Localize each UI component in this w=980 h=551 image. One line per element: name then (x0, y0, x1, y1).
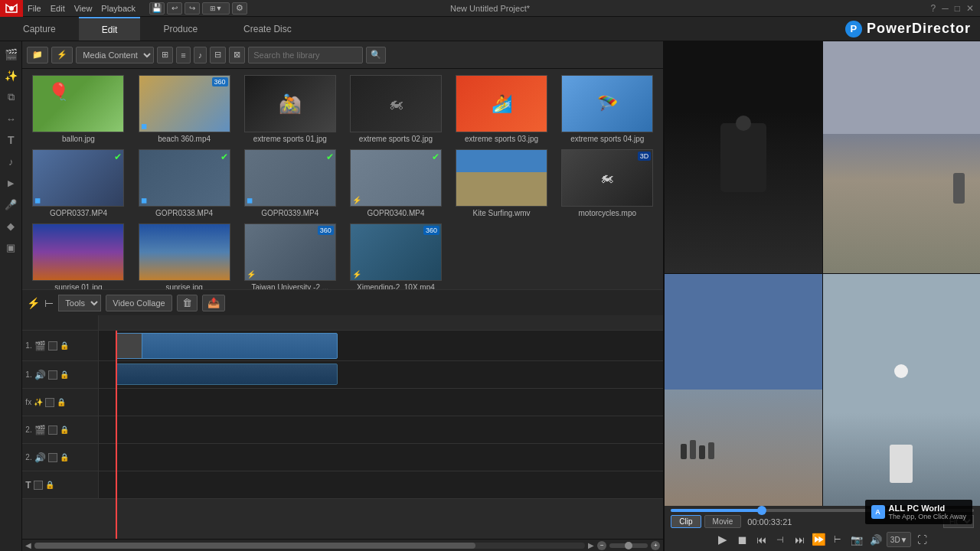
list-view-btn[interactable]: ≡ (176, 47, 190, 64)
save-icon[interactable]: 💾 (149, 2, 165, 15)
sidebar-mic-icon[interactable]: 🎤 (1, 194, 21, 214)
track-checkbox-2a[interactable] (48, 453, 57, 462)
zoom-in-btn[interactable]: + (651, 541, 660, 550)
tab-capture[interactable]: Capture (0, 17, 79, 41)
list-item[interactable]: ✔ ◼ GOPR0339.MP4 (240, 149, 340, 217)
sidebar-effects-icon[interactable]: ✨ (1, 66, 21, 86)
mark-in-btn[interactable]: ⊣ (772, 531, 789, 548)
settings-icon[interactable]: ⚙ (232, 2, 247, 15)
audio-btn[interactable]: ♪ (194, 47, 207, 64)
track-checkbox-t[interactable] (34, 481, 43, 490)
track-lock-1v[interactable]: 🔒 (60, 341, 69, 350)
list-item[interactable]: 360 ⚡ Taiwan University -2 ... (240, 223, 340, 289)
sidebar-title-icon[interactable]: T (1, 130, 21, 150)
track-lock-2a[interactable]: 🔒 (60, 453, 69, 461)
list-item[interactable]: 🏄 extreme sports 03.jpg (452, 75, 551, 143)
split-btn[interactable]: ⊢ (44, 297, 54, 309)
movie-tab[interactable]: Movie (704, 515, 742, 528)
video-collage-btn[interactable]: Video Collage (106, 295, 172, 311)
list-item[interactable]: 🏍 3D motorcycles.mpo (557, 149, 657, 217)
menu-playback[interactable]: Playback (101, 4, 136, 13)
maximize-icon[interactable]: □ (955, 3, 960, 14)
track-lock-t[interactable]: 🔒 (45, 481, 54, 489)
list-item[interactable]: ✔ ⚡ GOPR0340.MP4 (346, 149, 446, 217)
zoom-out-btn[interactable]: − (597, 541, 606, 550)
list-item[interactable]: ✔ ◼ GOPR0338.MP4 (135, 149, 234, 217)
menu-file[interactable]: File (28, 4, 41, 13)
undo-icon[interactable]: ↩ (167, 2, 182, 15)
track-checkbox-1v[interactable] (48, 341, 57, 350)
stop-btn[interactable]: ⏹ (733, 531, 750, 548)
smartfit-btn[interactable]: ⊞▼ (202, 2, 230, 15)
scroll-left-btn[interactable]: ◀ (25, 541, 31, 549)
media-name-0: ballon.jpg (62, 135, 95, 143)
track-label-title: T (25, 480, 31, 491)
mark-out-btn[interactable]: ⊢ (829, 531, 846, 548)
track-row-2v: 2. 🎬 🔒 (22, 416, 663, 444)
help-icon[interactable]: ? (931, 3, 936, 14)
list-item[interactable]: sunrise.jpg (135, 223, 234, 289)
sidebar-transition-icon[interactable]: ↔ (1, 109, 21, 129)
grid-view-btn[interactable]: ⊞ (157, 47, 173, 64)
fast-forward-btn[interactable]: ⏩ (810, 531, 827, 548)
sort-btn[interactable]: ⊠ (229, 47, 245, 64)
minimize-icon[interactable]: ─ (942, 3, 949, 14)
track-lock-1a[interactable]: 🔒 (60, 370, 69, 379)
close-icon[interactable]: ✕ (966, 3, 974, 14)
search-btn[interactable]: 🔍 (366, 47, 386, 64)
magic-btn[interactable]: ⚡ (51, 47, 73, 64)
fullscreen-btn[interactable]: ⛶ (913, 531, 930, 548)
list-item[interactable]: 🪂 extreme sports 04.jpg (557, 75, 657, 143)
preview-slider-thumb[interactable] (757, 506, 766, 515)
audio-clip-1[interactable] (116, 364, 338, 385)
sidebar-colorcorrect-icon[interactable]: ▣ (1, 237, 21, 257)
sidebar-keyframe-icon[interactable]: ◆ (1, 216, 21, 236)
sidebar-audio-icon[interactable]: ♪ (1, 152, 21, 171)
sidebar-pip-icon[interactable]: ⧉ (1, 87, 21, 107)
zoom-thumb[interactable] (609, 543, 648, 548)
sidebar-chevron-icon[interactable]: ▶ (1, 173, 21, 193)
video-clip-1[interactable] (116, 333, 338, 359)
tab-produce[interactable]: Produce (140, 17, 220, 41)
list-item[interactable]: 🚵 extreme sports 01.jpg (240, 75, 340, 143)
list-item[interactable]: Kite Surfing.wmv (452, 149, 551, 217)
list-item[interactable]: sunrise 01.jpg (28, 223, 128, 289)
track-checkbox-1a[interactable] (48, 370, 57, 380)
sidebar-media-icon[interactable]: 🎬 (1, 44, 21, 64)
tab-create-disc[interactable]: Create Disc (220, 17, 315, 41)
snapshot-btn[interactable]: 📷 (848, 531, 865, 548)
track-content-1v[interactable] (99, 331, 663, 360)
track-lock-2v[interactable]: 🔒 (60, 425, 69, 434)
track-checkbox-fx[interactable] (45, 398, 54, 407)
clip-tab[interactable]: Clip (671, 515, 701, 528)
media-name-9: GOPR0340.MP4 (367, 209, 424, 217)
magic-tool-btn[interactable]: ⚡ (27, 297, 40, 309)
display-options-btn[interactable]: ⊟ (210, 47, 226, 64)
delete-clip-btn[interactable]: 🗑 (177, 295, 198, 311)
list-item[interactable]: 360 ◼ beach 360.mp4 (135, 75, 234, 143)
play-btn[interactable]: ▶ (714, 531, 731, 548)
prev-frame-btn[interactable]: ⏮ (753, 531, 769, 548)
tab-edit[interactable]: Edit (79, 17, 141, 41)
search-input[interactable] (248, 47, 363, 64)
list-item[interactable]: 360 ⚡ Ximending-2_10X.mp4 (346, 223, 446, 289)
audio-btn-pv[interactable]: 🔊 (867, 531, 884, 548)
scroll-thumb[interactable] (34, 543, 475, 549)
media-name-5: extreme sports 04.jpg (570, 135, 644, 143)
import-btn[interactable]: 📁 (27, 47, 48, 64)
time-display: 00:00:33:21 (747, 517, 792, 527)
menu-edit[interactable]: Edit (51, 4, 65, 13)
media-content-select[interactable]: Media Content (76, 47, 154, 64)
track-checkbox-2v[interactable] (48, 425, 57, 435)
next-frame-btn[interactable]: ⏭ (791, 531, 808, 548)
tools-select[interactable]: Tools (58, 295, 101, 311)
list-item[interactable]: ✔ ◼ GOPR0337.MP4 (28, 149, 128, 217)
track-lock-fx[interactable]: 🔒 (57, 398, 66, 406)
scroll-right-btn[interactable]: ▶ (588, 541, 594, 549)
menu-view[interactable]: View (74, 4, 93, 13)
mode-3d-btn[interactable]: 3D▼ (887, 532, 911, 547)
list-item[interactable]: 🎈 ballon.jpg (28, 75, 128, 143)
extract-clip-btn[interactable]: 📤 (202, 295, 225, 311)
redo-icon[interactable]: ↪ (185, 2, 200, 15)
list-item[interactable]: 🏍 extreme sports 02.jpg (346, 75, 446, 143)
